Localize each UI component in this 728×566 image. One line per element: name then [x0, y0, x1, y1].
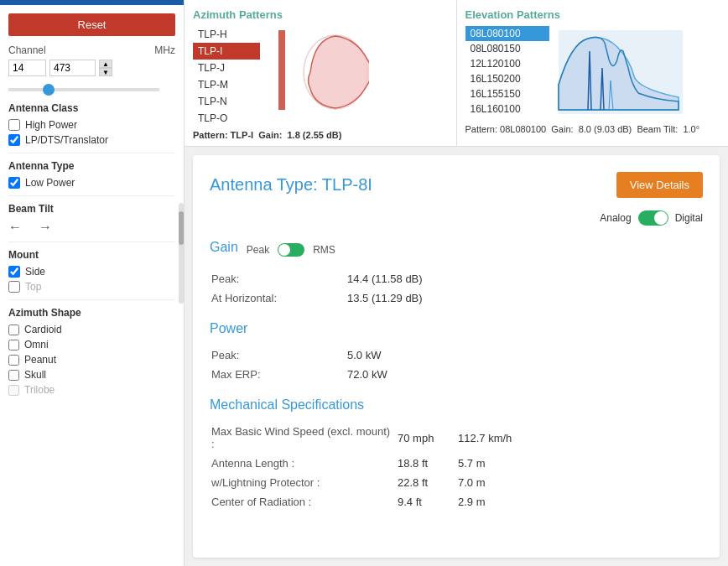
peak-label: Peak [247, 244, 269, 256]
az-pattern-tlp-j[interactable]: TLP-J [193, 60, 260, 76]
trilobe-checkbox [8, 385, 19, 396]
az-pattern-tlp-m[interactable]: TLP-M [193, 76, 260, 93]
high-power-label: High Power [25, 119, 77, 131]
power-table: Peak: 5.0 kW Max ERP: 72.0 kW [210, 345, 703, 385]
radiation-m: 2.9 m [458, 493, 701, 511]
antenna-type-label: Antenna Type [8, 160, 175, 172]
radiation-label: Center of Radiation : [211, 493, 396, 511]
wind-speed-label: Max Basic Wind Speed (excl. mount) : [211, 423, 396, 453]
power-peak-label: Peak: [211, 346, 346, 364]
detail-title: Antenna Type: TLP-8I [210, 175, 372, 195]
skull-checkbox[interactable] [8, 370, 19, 381]
peak-row: Peak: 14.4 (11.58 dB) [211, 270, 701, 288]
max-erp-row: Max ERP: 72.0 kW [211, 366, 701, 383]
toggle-knob [654, 211, 668, 225]
power-peak-row: Peak: 5.0 kW [211, 346, 701, 364]
detail-header: Antenna Type: TLP-8I View Details [210, 172, 703, 198]
wind-speed-row: Max Basic Wind Speed (excl. mount) : 70 … [211, 423, 701, 453]
shape-omni[interactable]: Omni [8, 339, 175, 351]
azimuth-title: Azimuth Patterns [193, 8, 448, 21]
el-pattern-16l150200[interactable]: 16L150200 [465, 71, 549, 86]
omni-checkbox[interactable] [8, 340, 19, 351]
elevation-title: Elevation Patterns [465, 8, 720, 21]
az-pattern-tlp-i[interactable]: TLP-I [193, 43, 260, 60]
power-peak-value: 5.0 kW [347, 346, 701, 364]
azimuth-pattern-list: TLP-H TLP-I TLP-J TLP-M TLP-N TLP-O [193, 26, 260, 127]
max-erp-value: 72.0 kW [347, 366, 701, 383]
lightning-row: w/Lightning Protector : 22.8 ft 7.0 m [211, 474, 701, 491]
digital-label: Digital [675, 212, 703, 224]
at-horizontal-label: At Horizontal: [211, 289, 346, 307]
channel-slider[interactable] [8, 88, 159, 91]
channel-label: Channel [8, 44, 151, 56]
mhz-label: MHz [154, 44, 175, 56]
mhz-up-button[interactable]: ▲ [99, 60, 112, 68]
beam-tilt-label: Beam Tilt [8, 203, 175, 215]
el-pattern-16l155150[interactable]: 16L155150 [465, 86, 549, 101]
top-checkbox[interactable] [8, 281, 20, 293]
top-panels: Azimuth Patterns TLP-H TLP-I TLP-J TLP-M… [185, 0, 728, 147]
lightning-ft: 22.8 ft [398, 474, 456, 491]
az-pattern-tlp-o[interactable]: TLP-O [193, 110, 260, 127]
az-pattern-tlp-n[interactable]: TLP-N [193, 93, 260, 110]
elevation-diagram [554, 26, 684, 121]
antenna-length-ft: 18.8 ft [398, 454, 456, 472]
beam-tilt-left-button[interactable]: ← [8, 220, 22, 235]
az-pattern-tlp-h[interactable]: TLP-H [193, 26, 260, 43]
shape-skull[interactable]: Skull [8, 369, 175, 381]
rms-label: RMS [313, 244, 335, 256]
azimuth-diagram [268, 26, 369, 112]
analog-digital-toggle-row: Analog Digital [210, 210, 703, 226]
view-details-button[interactable]: View Details [616, 172, 703, 198]
high-power-checkbox[interactable] [8, 119, 20, 131]
azimuth-svg [268, 26, 369, 110]
gain-toggle-knob [278, 244, 290, 256]
mhz-input[interactable] [49, 60, 96, 76]
el-pattern-08l080150[interactable]: 08L080150 [465, 41, 549, 56]
antenna-length-row: Antenna Length : 18.8 ft 5.7 m [211, 454, 701, 472]
analog-label: Analog [600, 212, 631, 224]
peak-row-value: 14.4 (11.58 dB) [347, 270, 701, 288]
azimuth-shape-label: Azimuth Shape [8, 307, 175, 319]
low-power-checkbox[interactable] [8, 177, 20, 189]
antenna-length-label: Antenna Length : [211, 454, 396, 472]
at-horizontal-value: 13.5 (11.29 dB) [347, 289, 701, 307]
mech-section-title: Mechanical Specifications [210, 397, 703, 413]
sidebar: Reset Channel MHz ▲ ▼ Antenna Class High… [0, 0, 185, 566]
el-pattern-12l120100[interactable]: 12L120100 [465, 56, 549, 71]
gain-table: Peak: 14.4 (11.58 dB) At Horizontal: 13.… [210, 268, 703, 309]
detail-panel: Antenna Type: TLP-8I View Details Analog… [193, 155, 720, 558]
gain-section-title: Gain [210, 240, 238, 255]
side-checkbox[interactable] [8, 266, 20, 278]
radiation-row: Center of Radiation : 9.4 ft 2.9 m [211, 493, 701, 511]
cardioid-checkbox[interactable] [8, 325, 19, 335]
shape-peanut[interactable]: Peanut [8, 354, 175, 366]
peak-row-label: Peak: [211, 270, 346, 288]
el-pattern-16l160100[interactable]: 16L160100 [465, 101, 549, 117]
analog-digital-toggle[interactable] [638, 210, 668, 226]
lp-dts-checkbox[interactable] [8, 134, 20, 146]
side-label: Side [25, 266, 45, 278]
peanut-checkbox[interactable] [8, 355, 19, 366]
azimuth-pattern-info: Pattern: TLP-I Gain: 1.8 (2.55 dB) [193, 130, 448, 140]
gain-peak-toggle[interactable] [278, 243, 304, 257]
elevation-panel: Elevation Patterns 08L080100 08L080150 1… [457, 0, 729, 146]
antenna-length-m: 5.7 m [458, 454, 701, 472]
elevation-pattern-info: Pattern: 08L080100 Gain: 8.0 (9.03 dB) B… [465, 124, 720, 134]
mhz-down-button[interactable]: ▼ [99, 68, 112, 76]
lightning-label: w/Lightning Protector : [211, 474, 396, 491]
beam-tilt-right-button[interactable]: → [39, 220, 52, 235]
lightning-m: 7.0 m [458, 474, 701, 491]
wind-speed-mph: 70 mph [398, 423, 456, 453]
shape-cardioid[interactable]: Cardioid [8, 324, 175, 335]
el-pattern-08l080100[interactable]: 08L080100 [465, 26, 549, 41]
low-power-label: Low Power [25, 177, 75, 189]
top-label: Top [25, 281, 41, 293]
lp-dts-label: LP/DTS/Translator [25, 134, 108, 146]
svg-rect-0 [278, 30, 285, 110]
radiation-ft: 9.4 ft [398, 493, 456, 511]
channel-input[interactable] [8, 60, 46, 76]
elevation-pattern-list: 08L080100 08L080150 12L120100 16L150200 … [465, 26, 549, 117]
reset-button[interactable]: Reset [8, 13, 175, 36]
wind-speed-kmh: 112.7 km/h [458, 423, 701, 453]
